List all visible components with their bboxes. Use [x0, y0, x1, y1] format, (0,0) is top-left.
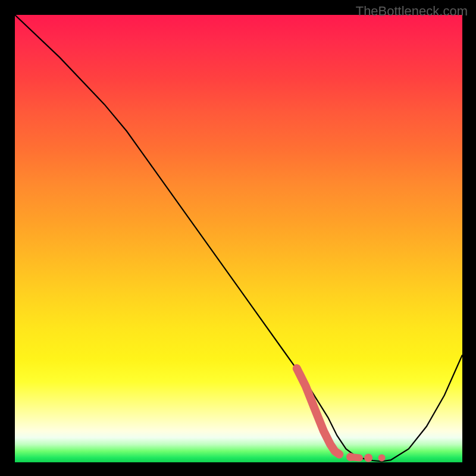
- highlight-solid: [297, 368, 339, 454]
- highlight-dot: [378, 455, 386, 462]
- watermark-text: TheBottleneck.com: [356, 4, 468, 19]
- main-curve-path: [15, 15, 462, 462]
- chart-svg: [15, 15, 462, 462]
- highlight-dash: [350, 457, 359, 458]
- plot-area: [15, 15, 462, 462]
- highlight-dot: [364, 454, 372, 462]
- highlight-segment-group: [297, 368, 386, 462]
